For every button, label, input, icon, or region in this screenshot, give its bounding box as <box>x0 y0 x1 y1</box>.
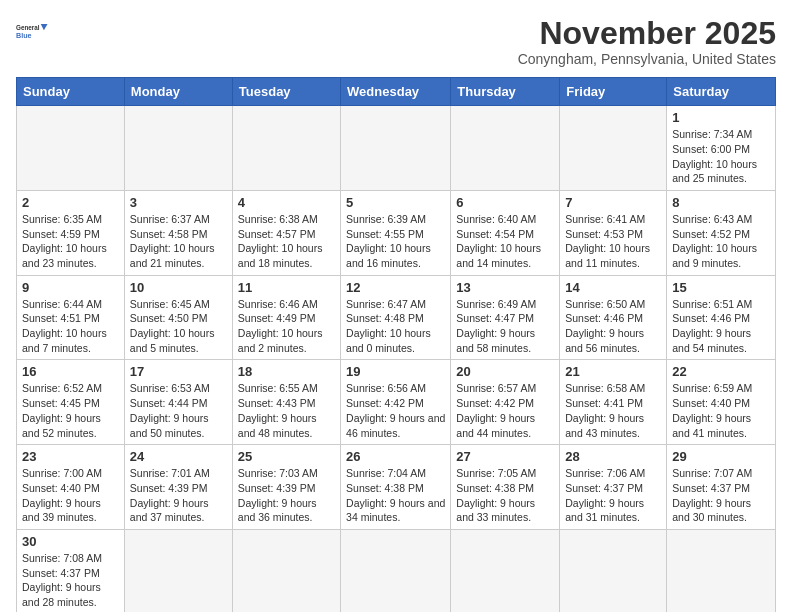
calendar-week-row: 1Sunrise: 7:34 AM Sunset: 6:00 PM Daylig… <box>17 106 776 191</box>
day-info: Sunrise: 6:46 AM Sunset: 4:49 PM Dayligh… <box>238 297 335 356</box>
day-info: Sunrise: 6:53 AM Sunset: 4:44 PM Dayligh… <box>130 381 227 440</box>
day-number: 21 <box>565 364 661 379</box>
page: GeneralBlue November 2025 Conyngham, Pen… <box>0 0 792 612</box>
col-tuesday: Tuesday <box>232 78 340 106</box>
day-number: 26 <box>346 449 445 464</box>
calendar-cell <box>667 529 776 612</box>
calendar-cell: 6Sunrise: 6:40 AM Sunset: 4:54 PM Daylig… <box>451 190 560 275</box>
day-number: 18 <box>238 364 335 379</box>
day-number: 22 <box>672 364 770 379</box>
calendar-cell: 13Sunrise: 6:49 AM Sunset: 4:47 PM Dayli… <box>451 275 560 360</box>
day-number: 27 <box>456 449 554 464</box>
day-number: 5 <box>346 195 445 210</box>
day-number: 24 <box>130 449 227 464</box>
day-number: 7 <box>565 195 661 210</box>
day-info: Sunrise: 6:52 AM Sunset: 4:45 PM Dayligh… <box>22 381 119 440</box>
calendar-cell: 28Sunrise: 7:06 AM Sunset: 4:37 PM Dayli… <box>560 445 667 530</box>
calendar-cell: 25Sunrise: 7:03 AM Sunset: 4:39 PM Dayli… <box>232 445 340 530</box>
calendar-table: Sunday Monday Tuesday Wednesday Thursday… <box>16 77 776 612</box>
day-info: Sunrise: 6:44 AM Sunset: 4:51 PM Dayligh… <box>22 297 119 356</box>
day-info: Sunrise: 6:59 AM Sunset: 4:40 PM Dayligh… <box>672 381 770 440</box>
calendar-cell: 3Sunrise: 6:37 AM Sunset: 4:58 PM Daylig… <box>124 190 232 275</box>
calendar-cell: 17Sunrise: 6:53 AM Sunset: 4:44 PM Dayli… <box>124 360 232 445</box>
calendar-cell: 8Sunrise: 6:43 AM Sunset: 4:52 PM Daylig… <box>667 190 776 275</box>
day-info: Sunrise: 7:34 AM Sunset: 6:00 PM Dayligh… <box>672 127 770 186</box>
day-info: Sunrise: 7:01 AM Sunset: 4:39 PM Dayligh… <box>130 466 227 525</box>
calendar-header-row: Sunday Monday Tuesday Wednesday Thursday… <box>17 78 776 106</box>
calendar-cell <box>451 529 560 612</box>
col-wednesday: Wednesday <box>341 78 451 106</box>
col-thursday: Thursday <box>451 78 560 106</box>
day-number: 16 <box>22 364 119 379</box>
day-number: 11 <box>238 280 335 295</box>
day-number: 17 <box>130 364 227 379</box>
calendar-cell: 26Sunrise: 7:04 AM Sunset: 4:38 PM Dayli… <box>341 445 451 530</box>
day-info: Sunrise: 6:43 AM Sunset: 4:52 PM Dayligh… <box>672 212 770 271</box>
day-number: 15 <box>672 280 770 295</box>
calendar-cell <box>17 106 125 191</box>
day-info: Sunrise: 6:55 AM Sunset: 4:43 PM Dayligh… <box>238 381 335 440</box>
calendar-cell: 10Sunrise: 6:45 AM Sunset: 4:50 PM Dayli… <box>124 275 232 360</box>
day-info: Sunrise: 7:06 AM Sunset: 4:37 PM Dayligh… <box>565 466 661 525</box>
day-info: Sunrise: 7:03 AM Sunset: 4:39 PM Dayligh… <box>238 466 335 525</box>
day-number: 4 <box>238 195 335 210</box>
day-info: Sunrise: 6:56 AM Sunset: 4:42 PM Dayligh… <box>346 381 445 440</box>
calendar-cell: 29Sunrise: 7:07 AM Sunset: 4:37 PM Dayli… <box>667 445 776 530</box>
day-number: 19 <box>346 364 445 379</box>
day-info: Sunrise: 7:07 AM Sunset: 4:37 PM Dayligh… <box>672 466 770 525</box>
day-info: Sunrise: 6:35 AM Sunset: 4:59 PM Dayligh… <box>22 212 119 271</box>
day-number: 12 <box>346 280 445 295</box>
col-saturday: Saturday <box>667 78 776 106</box>
calendar-week-row: 9Sunrise: 6:44 AM Sunset: 4:51 PM Daylig… <box>17 275 776 360</box>
calendar-cell: 9Sunrise: 6:44 AM Sunset: 4:51 PM Daylig… <box>17 275 125 360</box>
day-info: Sunrise: 6:50 AM Sunset: 4:46 PM Dayligh… <box>565 297 661 356</box>
calendar-cell: 2Sunrise: 6:35 AM Sunset: 4:59 PM Daylig… <box>17 190 125 275</box>
calendar-cell: 27Sunrise: 7:05 AM Sunset: 4:38 PM Dayli… <box>451 445 560 530</box>
calendar-week-row: 30Sunrise: 7:08 AM Sunset: 4:37 PM Dayli… <box>17 529 776 612</box>
day-number: 9 <box>22 280 119 295</box>
calendar-cell: 16Sunrise: 6:52 AM Sunset: 4:45 PM Dayli… <box>17 360 125 445</box>
calendar-cell: 11Sunrise: 6:46 AM Sunset: 4:49 PM Dayli… <box>232 275 340 360</box>
logo: GeneralBlue <box>16 16 52 48</box>
day-info: Sunrise: 6:49 AM Sunset: 4:47 PM Dayligh… <box>456 297 554 356</box>
col-sunday: Sunday <box>17 78 125 106</box>
day-info: Sunrise: 6:37 AM Sunset: 4:58 PM Dayligh… <box>130 212 227 271</box>
day-info: Sunrise: 7:04 AM Sunset: 4:38 PM Dayligh… <box>346 466 445 525</box>
calendar-cell <box>451 106 560 191</box>
svg-marker-2 <box>41 24 48 30</box>
calendar-cell: 23Sunrise: 7:00 AM Sunset: 4:40 PM Dayli… <box>17 445 125 530</box>
title-block: November 2025 Conyngham, Pennsylvania, U… <box>518 16 776 67</box>
calendar-cell: 14Sunrise: 6:50 AM Sunset: 4:46 PM Dayli… <box>560 275 667 360</box>
day-number: 29 <box>672 449 770 464</box>
day-info: Sunrise: 6:47 AM Sunset: 4:48 PM Dayligh… <box>346 297 445 356</box>
day-info: Sunrise: 6:40 AM Sunset: 4:54 PM Dayligh… <box>456 212 554 271</box>
svg-text:General: General <box>16 24 40 31</box>
calendar-cell <box>232 529 340 612</box>
calendar-cell <box>124 529 232 612</box>
day-number: 3 <box>130 195 227 210</box>
header: GeneralBlue November 2025 Conyngham, Pen… <box>16 16 776 67</box>
calendar-cell <box>560 106 667 191</box>
day-number: 14 <box>565 280 661 295</box>
calendar-cell: 22Sunrise: 6:59 AM Sunset: 4:40 PM Dayli… <box>667 360 776 445</box>
day-number: 23 <box>22 449 119 464</box>
day-info: Sunrise: 6:38 AM Sunset: 4:57 PM Dayligh… <box>238 212 335 271</box>
day-info: Sunrise: 6:51 AM Sunset: 4:46 PM Dayligh… <box>672 297 770 356</box>
calendar-cell: 24Sunrise: 7:01 AM Sunset: 4:39 PM Dayli… <box>124 445 232 530</box>
day-number: 20 <box>456 364 554 379</box>
calendar-week-row: 2Sunrise: 6:35 AM Sunset: 4:59 PM Daylig… <box>17 190 776 275</box>
col-friday: Friday <box>560 78 667 106</box>
calendar-cell <box>232 106 340 191</box>
day-number: 13 <box>456 280 554 295</box>
day-info: Sunrise: 6:58 AM Sunset: 4:41 PM Dayligh… <box>565 381 661 440</box>
calendar-cell <box>560 529 667 612</box>
day-info: Sunrise: 7:00 AM Sunset: 4:40 PM Dayligh… <box>22 466 119 525</box>
calendar-cell: 7Sunrise: 6:41 AM Sunset: 4:53 PM Daylig… <box>560 190 667 275</box>
calendar-cell: 21Sunrise: 6:58 AM Sunset: 4:41 PM Dayli… <box>560 360 667 445</box>
calendar-cell: 18Sunrise: 6:55 AM Sunset: 4:43 PM Dayli… <box>232 360 340 445</box>
day-number: 1 <box>672 110 770 125</box>
day-number: 25 <box>238 449 335 464</box>
calendar-week-row: 16Sunrise: 6:52 AM Sunset: 4:45 PM Dayli… <box>17 360 776 445</box>
calendar-cell: 15Sunrise: 6:51 AM Sunset: 4:46 PM Dayli… <box>667 275 776 360</box>
day-number: 30 <box>22 534 119 549</box>
